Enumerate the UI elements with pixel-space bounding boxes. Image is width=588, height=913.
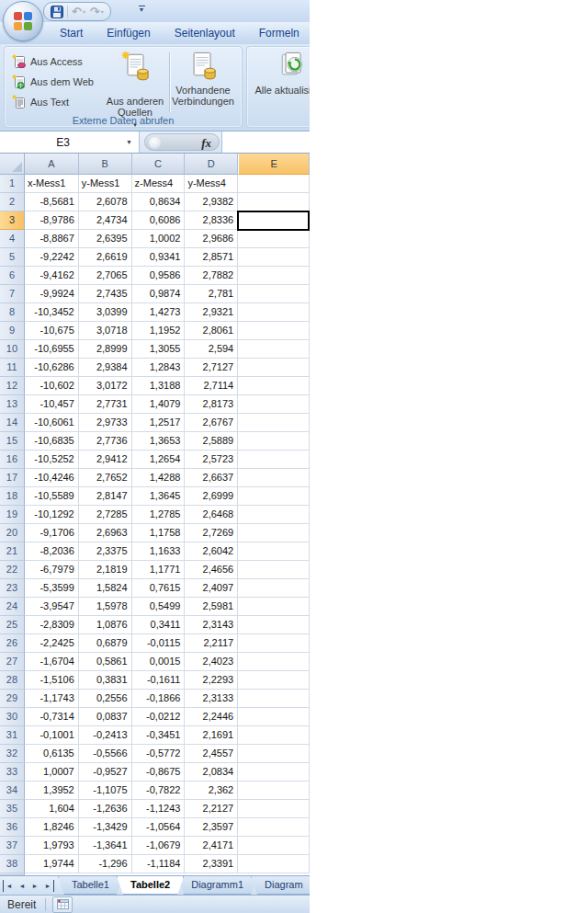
cell-D34[interactable]: 2,362 [185,782,238,800]
row-header-9[interactable]: 9 [0,322,25,340]
cell-D9[interactable]: 2,8061 [185,322,238,340]
cell-E8[interactable] [238,303,310,322]
cell-D17[interactable]: 2,6637 [185,469,238,487]
cell-E11[interactable] [238,359,310,377]
tab-einfuegen[interactable]: Einfügen [95,23,162,44]
column-header-D[interactable]: D [185,154,238,175]
cell-B38[interactable]: -1,296 [79,855,132,873]
cell-E6[interactable] [238,267,310,285]
cell-A25[interactable]: -2,8309 [25,616,79,634]
cell-A4[interactable]: -8,8867 [25,230,79,248]
customize-quick-access-button[interactable]: ▼ [134,4,149,17]
cell-E10[interactable] [238,340,310,359]
row-header-2[interactable]: 2 [0,193,25,211]
cell-B4[interactable]: 2,6395 [79,230,132,248]
cell-A38[interactable]: 1,9744 [25,855,79,873]
cell-B28[interactable]: 0,3831 [79,671,132,690]
name-box-dropdown-icon[interactable]: ▼ [126,139,139,145]
cell-E31[interactable] [238,726,310,745]
cell-C26[interactable]: -0,0115 [132,634,186,653]
insert-function-button[interactable]: fx [144,133,220,151]
cell-C11[interactable]: 1,2843 [132,359,186,377]
cell-B31[interactable]: -0,2413 [79,726,132,745]
cell-D35[interactable]: 2,2127 [185,800,238,818]
cell-C22[interactable]: 1,1771 [132,561,186,579]
row-header-5[interactable]: 5 [0,248,25,267]
cell-E36[interactable] [238,818,310,837]
cell-D25[interactable]: 2,3143 [185,616,238,634]
cell-B35[interactable]: -1,2636 [79,800,132,818]
cell-B27[interactable]: 0,5861 [79,653,132,671]
cell-E15[interactable] [238,432,310,451]
cell-D24[interactable]: 2,5981 [185,598,238,616]
cell-A29[interactable]: -1,1743 [25,690,79,708]
cell-E23[interactable] [238,579,310,598]
redo-button[interactable]: ↷ ▾ [89,6,105,17]
row-header-28[interactable]: 28 [0,671,25,690]
aus-dem-web-button[interactable]: Aus dem Web [9,73,96,91]
cell-A14[interactable]: -10,6061 [25,414,79,432]
cell-D10[interactable]: 2,594 [185,340,238,359]
sheet-tab-tabelle2[interactable]: Tabelle2 [117,876,184,895]
cell-E12[interactable] [238,377,310,395]
cell-C18[interactable]: 1,3645 [132,487,186,506]
cell-D18[interactable]: 2,6999 [185,487,238,506]
prev-sheet-button[interactable]: ◄ [17,880,28,892]
row-header-26[interactable]: 26 [0,634,25,653]
cell-C13[interactable]: 1,4079 [132,395,186,414]
cell-D3[interactable]: 2,8336 [185,211,238,230]
column-header-B[interactable]: B [79,154,132,175]
vorhandene-verbindungen-button[interactable]: Vorhandene Verbindungen [174,51,232,107]
cell-D19[interactable]: 2,6468 [185,506,238,524]
cell-A15[interactable]: -10,6835 [25,432,79,451]
cell-A7[interactable]: -9,9924 [25,285,79,303]
cell-C23[interactable]: 0,7615 [132,579,186,598]
cell-E16[interactable] [238,451,310,469]
cell-D38[interactable]: 2,3391 [185,855,238,873]
cell-A3[interactable]: -8,9786 [25,211,79,230]
cell-A5[interactable]: -9,2242 [25,248,79,267]
cell-A36[interactable]: 1,8246 [25,818,79,837]
cell-A31[interactable]: -0,1001 [25,726,79,745]
cell-E20[interactable] [238,524,310,542]
cell-E28[interactable] [238,671,310,690]
cell-B5[interactable]: 2,6619 [79,248,132,267]
cell-C24[interactable]: 0,5499 [132,598,186,616]
cell-E9[interactable] [238,322,310,340]
cell-A35[interactable]: 1,604 [25,800,79,818]
tab-formeln[interactable]: Formeln [247,23,310,44]
cell-D33[interactable]: 2,0834 [185,763,238,782]
cell-A28[interactable]: -1,5106 [25,671,79,690]
cell-C20[interactable]: 1,1758 [132,524,186,542]
office-button[interactable] [3,1,43,41]
cell-B6[interactable]: 2,7065 [79,267,132,285]
row-header-29[interactable]: 29 [0,690,25,708]
cell-B32[interactable]: -0,5566 [79,745,132,763]
cell-A22[interactable]: -6,7979 [25,561,79,579]
cell-D12[interactable]: 2,7114 [185,377,238,395]
cell-C19[interactable]: 1,2785 [132,506,186,524]
cell-E5[interactable] [238,248,310,267]
row-header-38[interactable]: 38 [0,855,25,873]
aus-text-button[interactable]: Aus Text [9,93,96,111]
column-header-E[interactable]: E [238,154,310,175]
cell-D32[interactable]: 2,4557 [185,745,238,763]
save-button[interactable] [50,6,64,18]
row-header-16[interactable]: 16 [0,451,25,469]
cell-B29[interactable]: 0,2556 [79,690,132,708]
cell-B26[interactable]: 0,6879 [79,634,132,653]
cell-D21[interactable]: 2,6042 [185,542,238,561]
cell-B21[interactable]: 2,3375 [79,542,132,561]
select-all-button[interactable] [0,154,25,175]
cell-A9[interactable]: -10,675 [25,322,79,340]
cell-D1[interactable]: y-Mess4 [185,175,238,193]
cell-A26[interactable]: -2,2425 [25,634,79,653]
cell-C32[interactable]: -0,5772 [132,745,186,763]
row-header-18[interactable]: 18 [0,487,25,506]
row-header-3[interactable]: 3 [0,211,25,230]
column-header-A[interactable]: A [25,154,79,175]
cell-A18[interactable]: -10,5589 [25,487,79,506]
cell-D23[interactable]: 2,4097 [185,579,238,598]
cell-C8[interactable]: 1,4273 [132,303,186,322]
row-header-30[interactable]: 30 [0,708,25,726]
